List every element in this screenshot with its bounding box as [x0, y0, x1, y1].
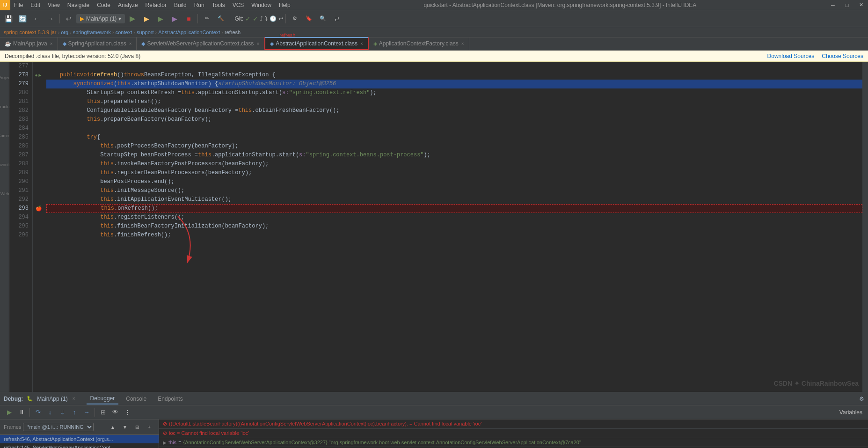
line-numbers: 277 278 279 280 281 282 283 284 285 286 … [9, 62, 33, 392]
git-revert-icon[interactable]: ↩ [278, 15, 283, 22]
var-item-1: ⊘ ioc = Cannot find local variable 'ioc' [159, 429, 868, 438]
step-into-button[interactable]: ↓ [44, 407, 56, 418]
coverage-button[interactable]: ▶ [154, 12, 167, 25]
breadcrumb-jar[interactable]: spring-context-5.3.9.jar [4, 29, 57, 35]
code-container: 277 278 279 280 281 282 283 284 285 286 … [9, 62, 868, 392]
step-out-button[interactable]: ↑ [69, 407, 80, 418]
frames-add[interactable]: + [144, 421, 155, 433]
gutter-290 [33, 177, 44, 186]
line-295: 295 [9, 222, 29, 231]
frames-down[interactable]: ▼ [119, 421, 131, 433]
watch-button[interactable]: 👁 [109, 407, 121, 418]
translate-button[interactable]: ⇄ [330, 12, 343, 25]
evaluate-expression[interactable]: ⊞ [97, 407, 109, 418]
maximize-button[interactable]: □ [840, 0, 854, 10]
menu-vcs[interactable]: VCS [229, 1, 248, 9]
vertical-scrollbar[interactable] [862, 62, 868, 392]
line-290: 290 [9, 177, 29, 186]
build-button[interactable]: 🔨 [214, 12, 227, 25]
breadcrumb-support[interactable]: support [137, 29, 154, 35]
minimize-button[interactable]: ─ [826, 0, 840, 10]
tab-applicationcontextfactory[interactable]: ◈ ApplicationContextFactory.class × [369, 37, 469, 50]
tab-close-abstractapplication[interactable]: × [360, 41, 363, 46]
menu-view[interactable]: View [44, 1, 64, 9]
code-line-296: this.finishRefresh(); [46, 231, 862, 240]
git-check2[interactable]: ✓ [253, 15, 258, 22]
git-pull-icon[interactable]: ⤵ [265, 15, 268, 22]
tab-mainapp[interactable]: ☕ MainApp.java × [0, 37, 58, 50]
sync-button[interactable]: 🔄 [16, 12, 29, 25]
menu-analyze[interactable]: Analyze [114, 1, 142, 9]
back-button[interactable]: ← [30, 12, 43, 25]
tab-close-servletwebserver[interactable]: × [256, 41, 259, 46]
debug-content: Frames *main @1 i...: RUNNING ▲ ▼ ⊟ + re… [0, 419, 868, 448]
step-over-button[interactable]: ↷ [32, 407, 44, 418]
run-config-selector[interactable]: ▶ MainApp (1) ▾ [76, 14, 125, 23]
debug-run-button[interactable]: ▶ [140, 12, 153, 25]
download-sources-link[interactable]: Download Sources [767, 53, 815, 59]
save-button[interactable]: 💾 [2, 12, 15, 25]
run-to-cursor[interactable]: → [81, 407, 92, 418]
endpoints-tab[interactable]: Endpoints [154, 393, 186, 404]
tab-servletwebserver[interactable]: ◆ ServletWebServerApplicationContext.cla… [137, 37, 264, 50]
frame-item-0[interactable]: refresh:546, AbstractApplicationContext … [0, 435, 159, 443]
menu-tools[interactable]: Tools [208, 1, 229, 9]
menu-window[interactable]: Window [248, 1, 275, 9]
tab-springapplication[interactable]: ◆ SpringApplication.class × [58, 37, 137, 50]
menu-help[interactable]: Help [275, 1, 294, 9]
menu-file[interactable]: File [10, 1, 27, 9]
breadcrumb-context[interactable]: context [116, 29, 132, 35]
forward-button[interactable]: → [44, 12, 57, 25]
editor-tabs: ☕ MainApp.java × ◆ SpringApplication.cla… [0, 37, 868, 51]
bookmark-button[interactable]: 🔖 [302, 12, 315, 25]
tab-close-springapplication[interactable]: × [129, 41, 132, 46]
frames-up[interactable]: ▲ [107, 421, 118, 433]
thread-selector[interactable]: *main @1 i...: RUNNING [23, 423, 94, 431]
tab-abstractapplication[interactable]: ◆ AbstractApplicationContext.class × ref… [264, 37, 369, 50]
tab-close-mainapp[interactable]: × [50, 41, 53, 46]
debug-settings-icon[interactable]: ⚙ [859, 396, 864, 402]
menu-edit[interactable]: Edit [27, 1, 44, 9]
debugger-tab[interactable]: Debugger [87, 393, 119, 404]
git-label: Git: [234, 15, 243, 22]
debug-sub-tabs: Debugger Console Endpoints [87, 393, 187, 404]
console-tab[interactable]: Console [122, 393, 150, 404]
profile-button[interactable]: ▶ [168, 12, 181, 25]
more-debug-options[interactable]: ⋮ [122, 407, 133, 418]
resume-button[interactable]: ▶ [4, 407, 15, 418]
force-step-into[interactable]: ⇓ [57, 407, 68, 418]
close-button[interactable]: ✕ [854, 0, 868, 10]
breadcrumb-org[interactable]: org [61, 29, 68, 35]
undo-button[interactable]: ↩ [62, 12, 75, 25]
debug-panel-close[interactable]: × [73, 396, 75, 401]
menu-refactor[interactable]: Refactor [142, 1, 170, 9]
git-branch-icon[interactable]: ⤴ [260, 15, 263, 22]
var-eq-2: = [178, 440, 181, 445]
expand-icon-2[interactable]: ▶ [163, 440, 167, 445]
toolbar: 💾 🔄 ← → ↩ ▶ MainApp (1) ▾ ▶ ▶ ▶ ▶ ■ ✏ 🔨 … [0, 10, 868, 27]
git-checkmark[interactable]: ✓ [245, 15, 251, 22]
edit-config-button[interactable]: ✏ [200, 12, 213, 25]
tab-close-applicationcontextfactory[interactable]: × [461, 41, 464, 46]
var-item-0: ⊘ ((DefaultListableBeanFactory)((Annotat… [159, 419, 868, 429]
code-line-283: this.prepareBeanFactory(beanFactory); [46, 115, 862, 124]
git-history-icon[interactable]: 🕐 [270, 15, 277, 22]
frame-item-1[interactable]: refresh:145, ServletWebServerApplication… [0, 443, 159, 448]
menu-navigate[interactable]: Navigate [64, 1, 93, 9]
choose-sources-link[interactable]: Choose Sources [822, 53, 863, 59]
notification-links: Download Sources Choose Sources [767, 53, 863, 59]
run-config-icon: ▶ [80, 15, 84, 22]
stop-button[interactable]: ■ [182, 12, 195, 25]
frames-filter[interactable]: ⊟ [131, 421, 143, 433]
run-button[interactable]: ▶ [126, 12, 139, 25]
search-everywhere-button[interactable]: 🔍 [316, 12, 329, 25]
code-editor[interactable]: public void refresh() throws BeansExcept… [44, 62, 862, 392]
breadcrumb-class[interactable]: AbstractApplicationContext [158, 29, 220, 35]
menu-run[interactable]: Run [190, 1, 208, 9]
menu-code[interactable]: Code [93, 1, 114, 9]
code-line-288: this.invokeBeanFactoryPostProcessors(bea… [46, 160, 862, 169]
vcs-button[interactable]: ⚙ [288, 12, 301, 25]
breadcrumb-springframework[interactable]: springframework [73, 29, 111, 35]
menu-build[interactable]: Build [170, 1, 190, 9]
pause-button[interactable]: ⏸ [16, 407, 27, 418]
